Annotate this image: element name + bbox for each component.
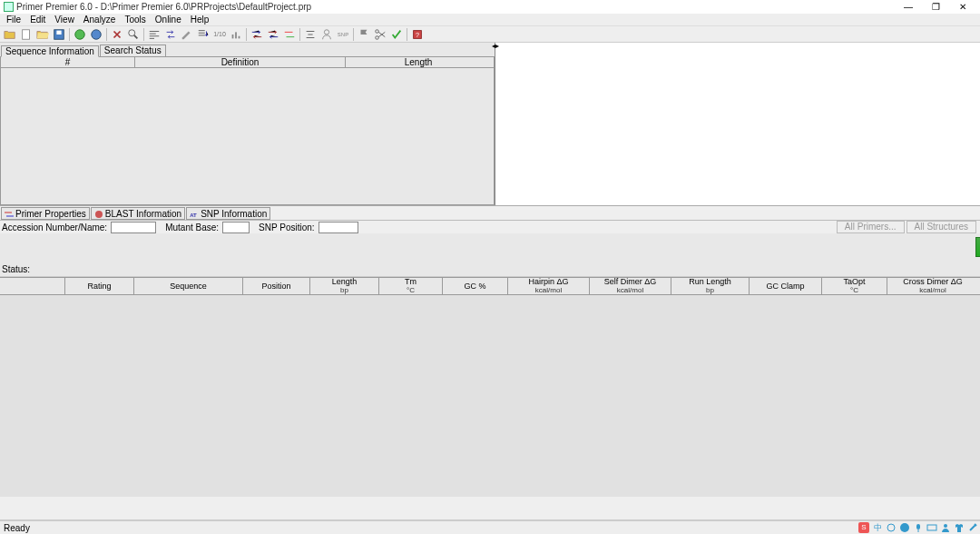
flag-icon[interactable] (357, 27, 371, 42)
col-definition[interactable]: Definition (135, 57, 346, 67)
col-self-dimer[interactable]: Self Dimer ΔGkcal/mol (590, 278, 671, 294)
accession-input[interactable] (111, 222, 156, 233)
statusbar: Ready (0, 519, 980, 534)
mutant-base-input[interactable] (222, 222, 250, 233)
svg-rect-7 (235, 32, 237, 38)
find-icon[interactable] (126, 27, 141, 42)
menu-analyze[interactable]: Analyze (79, 14, 121, 26)
all-primers-button[interactable]: All Primers... (837, 221, 905, 233)
col-rating[interactable]: Rating (65, 278, 134, 294)
col-length[interactable]: Length (346, 57, 491, 67)
scissors-icon[interactable] (373, 27, 387, 42)
snp-position-input[interactable] (318, 222, 358, 233)
ime-icon[interactable]: S (858, 522, 869, 533)
svg-point-16 (900, 523, 909, 532)
svg-text:?: ? (416, 31, 419, 37)
tray-icon-1[interactable] (886, 522, 897, 533)
delete-icon[interactable] (110, 27, 124, 42)
check-icon[interactable] (389, 27, 404, 42)
system-tray: S 中 (858, 520, 978, 534)
menu-online[interactable]: Online (151, 14, 186, 26)
tab-primer-properties[interactable]: Primer Properties (1, 207, 90, 220)
col-gc-clamp[interactable]: GC Clamp (750, 278, 822, 294)
col-taopt[interactable]: TaOpt°C (822, 278, 887, 294)
window-title: Primer Premier 6.0 - D:\Primer Premier 6… (16, 2, 895, 12)
svg-point-4 (92, 29, 102, 39)
menu-view[interactable]: View (50, 14, 79, 26)
snp-text-icon[interactable]: SNP (336, 27, 350, 42)
menu-edit[interactable]: Edit (25, 14, 50, 26)
col-position[interactable]: Position (243, 278, 310, 294)
col-run-length[interactable]: Run Lengthbp (671, 278, 750, 294)
save-icon[interactable] (52, 27, 66, 42)
open-folder-icon[interactable] (3, 27, 17, 42)
primer-lr-icon[interactable] (266, 27, 280, 42)
tray-person-icon[interactable] (940, 522, 951, 533)
svg-point-3 (75, 29, 85, 39)
toolbar: 1/10 SNP ? (0, 26, 980, 43)
tray-shirt-icon[interactable] (954, 522, 965, 533)
side-handle[interactable] (975, 237, 980, 257)
splitter-handle[interactable]: ◂▸ (492, 42, 499, 50)
sequence-table-body[interactable] (0, 68, 495, 205)
menu-help[interactable]: Help (186, 14, 214, 26)
primer-rl-icon[interactable] (250, 27, 264, 42)
primer-table-body[interactable] (0, 295, 980, 497)
person-icon[interactable] (319, 27, 334, 42)
tray-tool-icon[interactable] (967, 522, 978, 533)
col-blank[interactable] (0, 278, 65, 294)
app-icon (4, 2, 14, 12)
tray-icon-2[interactable] (899, 522, 910, 533)
col-number[interactable]: # (1, 57, 135, 67)
minimize-button[interactable]: — (895, 1, 922, 14)
svg-point-15 (887, 524, 895, 531)
maximize-button[interactable]: ❐ (922, 1, 949, 14)
svg-point-9 (324, 29, 328, 34)
all-structures-button[interactable]: All Structures (906, 221, 976, 233)
tab-search-status[interactable]: Search Status (100, 44, 166, 56)
sequence-view[interactable]: ◂▸ (495, 43, 980, 205)
primer-color-icon[interactable] (282, 27, 297, 42)
col-tm[interactable]: Tm°C (379, 278, 443, 294)
upper-split: Sequence Information Search Status # Def… (0, 43, 980, 206)
svg-rect-0 (23, 29, 30, 39)
menu-tools[interactable]: Tools (120, 14, 150, 26)
svg-point-10 (376, 29, 379, 33)
swap-icon[interactable] (163, 27, 178, 42)
new-doc-icon[interactable] (19, 27, 34, 42)
col-gc[interactable]: GC % (443, 278, 508, 294)
tray-keyboard-icon[interactable] (926, 522, 937, 533)
ratio-icon[interactable]: 1/10 (212, 27, 227, 42)
col-length-bp[interactable]: Lengthbp (310, 278, 379, 294)
align-icon[interactable] (147, 27, 162, 42)
chart-icon[interactable] (229, 27, 243, 42)
primer-icon (5, 210, 14, 218)
close-button[interactable]: ✕ (949, 1, 976, 14)
svg-rect-2 (56, 30, 61, 34)
svg-rect-8 (239, 35, 240, 38)
help-book-icon[interactable]: ? (410, 27, 425, 42)
col-sequence[interactable]: Sequence (134, 278, 243, 294)
sequence-pane: Sequence Information Search Status # Def… (0, 43, 495, 205)
blast-icon (94, 210, 103, 218)
svg-rect-17 (916, 524, 920, 529)
status-label: Status: (2, 264, 30, 274)
tab-snp-info[interactable]: AT SNP Information (186, 207, 270, 220)
center-icon[interactable] (303, 27, 318, 42)
ime-lang-icon[interactable]: 中 (872, 522, 883, 533)
col-hairpin[interactable]: Hairpin ΔGkcal/mol (508, 278, 590, 294)
svg-point-14 (95, 211, 103, 218)
tab-blast-info[interactable]: BLAST Information (91, 207, 185, 220)
globe-green-icon[interactable] (73, 27, 87, 42)
property-form: Accession Number/Name: Mutant Base: SNP … (0, 221, 980, 233)
tab-sequence-info[interactable]: Sequence Information (1, 45, 99, 57)
edit-icon[interactable] (180, 27, 194, 42)
tray-mic-icon[interactable] (913, 522, 924, 533)
globe-blue-icon[interactable] (89, 27, 103, 42)
primer-table-header: Rating Sequence Position Lengthbp Tm°C G… (0, 277, 980, 295)
col-cross-dimer[interactable]: Cross Dimer ΔGkcal/mol (887, 278, 978, 294)
open-project-icon[interactable] (35, 27, 50, 42)
menu-file[interactable]: File (2, 14, 25, 26)
list-arrow-icon[interactable] (196, 27, 211, 42)
status-text: Ready (4, 523, 30, 533)
